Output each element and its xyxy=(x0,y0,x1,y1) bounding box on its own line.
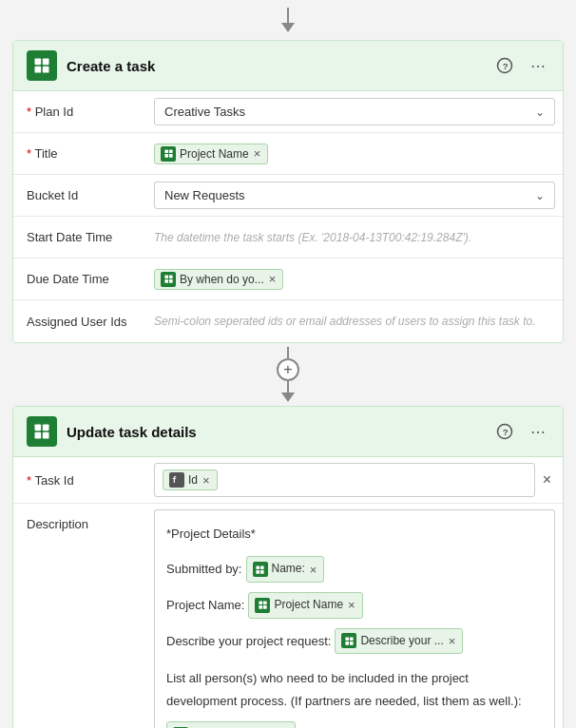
planner-icon xyxy=(27,50,57,81)
due-date-field[interactable]: By when do yo... × xyxy=(146,263,563,296)
describe-tag-label: Describe your ... xyxy=(360,631,443,652)
title-row: * Title Project Name × xyxy=(13,133,563,175)
svg-rect-23 xyxy=(256,570,259,574)
tag-close-icon[interactable]: × xyxy=(448,635,457,647)
task-id-tag[interactable]: f Id × xyxy=(163,469,218,490)
plus-connector: + xyxy=(277,343,299,406)
svg-rect-7 xyxy=(168,149,172,153)
task-id-row: * Task Id f Id × × xyxy=(13,457,563,504)
submitted-by-prefix: Submitted by: xyxy=(166,558,242,580)
tag-close-icon[interactable]: × xyxy=(253,147,262,160)
plan-id-label: * Plan Id xyxy=(13,97,146,126)
svg-rect-12 xyxy=(164,279,168,283)
bucket-id-label: Bucket Id xyxy=(13,181,146,210)
description-field[interactable]: *Project Details* Submitted by: Name: × xyxy=(154,509,555,728)
bucket-id-row: Bucket Id New Requests ⌄ xyxy=(13,175,563,217)
bucket-id-dropdown[interactable]: New Requests ⌄ xyxy=(154,182,555,209)
task-id-field[interactable]: f Id × xyxy=(154,463,535,497)
svg-rect-10 xyxy=(164,275,168,278)
describe-tag[interactable]: Describe your ... × xyxy=(335,628,463,655)
more-options-button[interactable]: ⋯ xyxy=(527,55,549,77)
plan-id-field[interactable]: Creative Tasks ⌄ xyxy=(146,92,563,131)
planner-icon xyxy=(27,416,57,447)
project-name-tag[interactable]: Project Name × xyxy=(154,144,268,164)
ellipsis-icon: ⋯ xyxy=(530,57,546,75)
tag-close-icon[interactable]: × xyxy=(268,273,278,285)
create-task-header: Create a task ? ⋯ xyxy=(13,41,563,91)
svg-rect-26 xyxy=(263,602,267,605)
svg-rect-31 xyxy=(345,642,349,645)
top-arrow xyxy=(281,0,295,40)
submitted-by-line: Submitted by: Name: × xyxy=(166,556,543,583)
svg-rect-17 xyxy=(43,432,49,439)
id-icon: f xyxy=(169,472,184,488)
update-task-header: Update task details ? ⋯ xyxy=(13,407,563,457)
svg-rect-32 xyxy=(350,642,354,645)
plan-id-dropdown[interactable]: Creative Tasks ⌄ xyxy=(154,98,555,125)
svg-rect-0 xyxy=(35,59,42,66)
project-name-line: Project Name: Project Name × xyxy=(166,592,543,619)
due-date-tag-label: By when do yo... xyxy=(180,273,264,286)
help-button[interactable]: ? xyxy=(492,55,517,76)
ellipsis-icon: ⋯ xyxy=(530,423,546,441)
more-options-button[interactable]: ⋯ xyxy=(527,421,549,443)
list-all-person-tag[interactable]: List all person(... × xyxy=(166,721,296,728)
add-step-button[interactable]: + xyxy=(277,358,299,381)
assigned-user-field[interactable]: Semi-colon seperated ids or email addres… xyxy=(146,307,563,335)
svg-rect-27 xyxy=(259,605,262,609)
task-id-label: * Task Id xyxy=(13,466,146,495)
svg-rect-25 xyxy=(259,602,262,605)
list-all-person-label: List all person(... xyxy=(192,724,276,728)
tag-planner-icon xyxy=(255,598,270,613)
start-date-row: Start Date Time The datetime the task st… xyxy=(13,217,563,259)
svg-rect-30 xyxy=(350,637,354,641)
desc-intro-line: *Project Details* xyxy=(166,523,543,545)
svg-rect-6 xyxy=(164,149,168,153)
create-task-form: * Plan Id Creative Tasks ⌄ * Title xyxy=(13,91,563,342)
svg-text:?: ? xyxy=(503,427,509,437)
tag-planner-icon xyxy=(253,562,268,577)
connector-line-top xyxy=(287,347,289,358)
clear-task-id-button[interactable]: × xyxy=(543,471,563,489)
start-date-label: Start Date Time xyxy=(13,222,146,252)
tag-close-icon[interactable]: × xyxy=(309,564,318,576)
svg-rect-14 xyxy=(35,425,42,431)
tag-planner-icon xyxy=(161,146,176,162)
project-name-tag2[interactable]: Project Name × xyxy=(248,592,362,619)
help-button[interactable]: ? xyxy=(492,421,517,442)
svg-rect-9 xyxy=(168,154,172,158)
plus-icon: + xyxy=(283,361,292,378)
svg-rect-1 xyxy=(43,59,49,66)
due-date-tag[interactable]: By when do yo... × xyxy=(154,269,283,290)
update-task-title: Update task details xyxy=(67,424,492,440)
svg-rect-13 xyxy=(168,279,172,283)
assigned-user-row: Assigned User Ids Semi-colon seperated i… xyxy=(13,300,563,342)
tag-close-icon[interactable]: × xyxy=(347,599,356,611)
svg-rect-11 xyxy=(168,275,172,278)
tag-planner-icon xyxy=(341,633,356,648)
bucket-id-value: New Requests xyxy=(164,188,245,202)
chevron-down-icon: ⌄ xyxy=(535,105,545,119)
start-date-field[interactable]: The datetime the task starts (Ex. '2018-… xyxy=(146,223,563,252)
task-id-value: Id xyxy=(188,473,198,487)
description-label: Description xyxy=(13,504,146,539)
assigned-user-label: Assigned User Ids xyxy=(13,307,146,336)
footer-text-line: List all person(s) who need to be includ… xyxy=(166,667,543,712)
connector-line-bottom xyxy=(287,381,289,393)
svg-rect-2 xyxy=(35,67,42,73)
chevron-down-icon: ⌄ xyxy=(535,189,545,202)
project-name-tag-label: Project Name xyxy=(180,147,249,161)
bucket-id-field[interactable]: New Requests ⌄ xyxy=(146,176,563,215)
project-name-prefix: Project Name: xyxy=(166,594,244,616)
svg-rect-3 xyxy=(43,67,49,73)
svg-text:f: f xyxy=(172,476,177,485)
describe-prefix: Describe your project request: xyxy=(166,630,331,652)
plan-id-row: * Plan Id Creative Tasks ⌄ xyxy=(13,91,563,133)
name-tag[interactable]: Name: × xyxy=(246,556,325,583)
plan-id-value: Creative Tasks xyxy=(164,105,245,119)
description-row: Description *Project Details* Submitted … xyxy=(13,504,563,728)
svg-rect-24 xyxy=(260,570,264,574)
svg-rect-21 xyxy=(256,565,259,569)
title-field[interactable]: Project Name × xyxy=(146,138,563,170)
tag-close-icon[interactable]: × xyxy=(202,474,211,487)
